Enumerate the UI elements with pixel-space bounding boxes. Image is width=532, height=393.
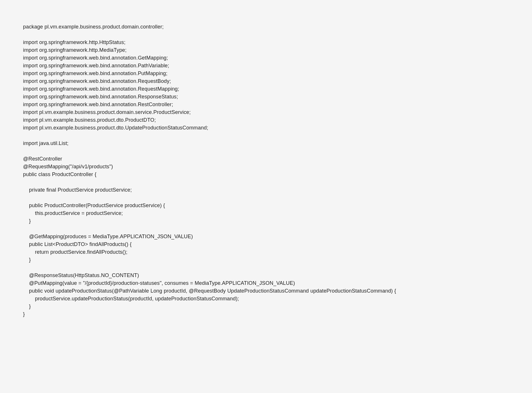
code-block: package pl.vm.example.business.product.d… xyxy=(23,23,509,318)
